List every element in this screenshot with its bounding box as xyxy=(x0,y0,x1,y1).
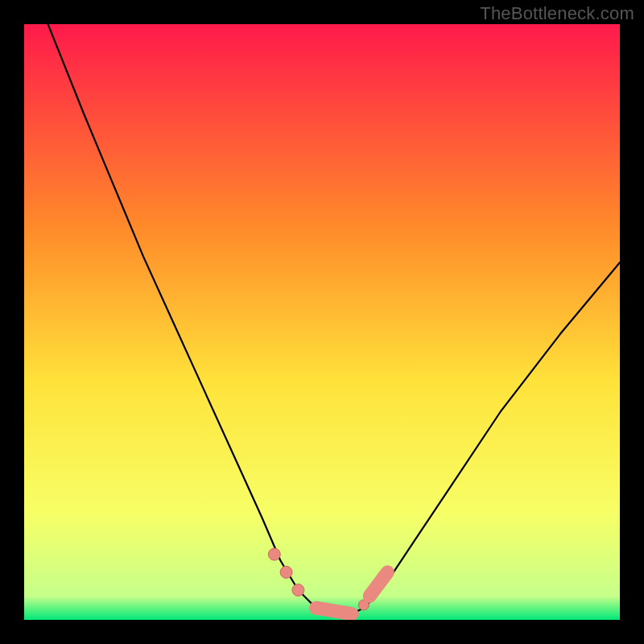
curve-marker-dot xyxy=(268,548,280,560)
curve-marker-dot xyxy=(292,584,304,597)
svg-line-0 xyxy=(316,608,352,613)
curve-marker-dot xyxy=(280,566,292,578)
curve-marker-pill xyxy=(316,608,352,613)
chart-background-gradient xyxy=(24,24,620,620)
watermark-label: TheBottleneck.com xyxy=(480,3,634,24)
chart-frame: TheBottleneck.com xyxy=(0,0,644,644)
chart-plot-area xyxy=(24,24,620,620)
chart-svg xyxy=(24,24,620,620)
